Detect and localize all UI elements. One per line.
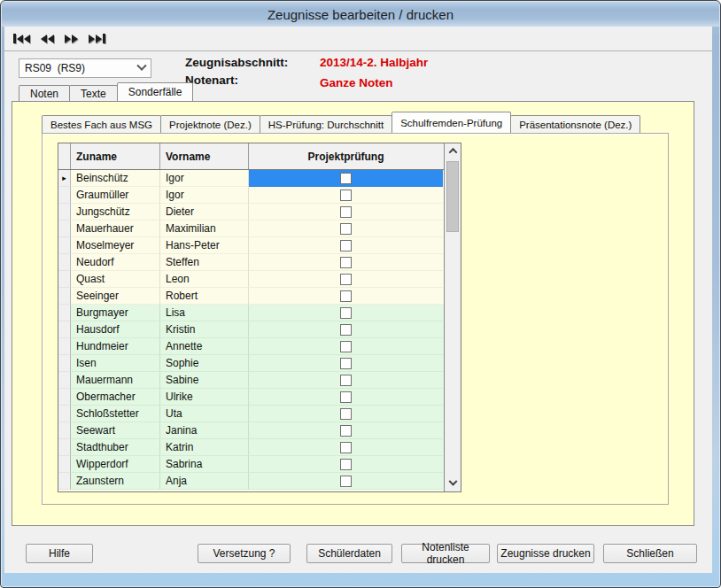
cell-vorname[interactable]: Ulrike	[160, 389, 249, 406]
cell-zuname[interactable]: Seewart	[71, 422, 160, 439]
cell-projektpruefung[interactable]	[249, 187, 443, 204]
projektpruefung-checkbox[interactable]	[340, 408, 352, 420]
row-selector[interactable]	[58, 204, 71, 220]
cell-vorname[interactable]: Sabrina	[160, 456, 249, 473]
subtab-praesentationsnote[interactable]: Präsentationsnote (Dez.)	[510, 115, 640, 133]
next-record-button[interactable]	[62, 31, 81, 47]
cell-zuname[interactable]: Beinschütz	[71, 170, 160, 187]
row-selector[interactable]	[58, 439, 71, 456]
notenliste-drucken-button[interactable]: Notenliste drucken	[401, 544, 490, 563]
subtab-projektnote[interactable]: Projektnote (Dez.)	[160, 115, 260, 133]
grid-scrollbar[interactable]	[444, 143, 461, 491]
cell-projektpruefung[interactable]	[249, 355, 443, 372]
cell-projektpruefung[interactable]	[249, 422, 443, 439]
projektpruefung-checkbox[interactable]	[340, 257, 352, 268]
table-row[interactable]: ▸BeinschützIgor	[58, 170, 444, 187]
table-row[interactable]: IsenSophie	[58, 355, 444, 372]
table-row[interactable]: MoselmeyerHans-Peter	[58, 237, 444, 254]
cell-vorname[interactable]: Steffen	[160, 254, 249, 271]
cell-zuname[interactable]: Hausdorf	[71, 321, 160, 338]
row-selector[interactable]	[58, 406, 71, 422]
tab-sonderfaelle[interactable]: Sonderfälle	[117, 82, 194, 101]
table-row[interactable]: BurgmayerLisa	[58, 305, 444, 321]
cell-zuname[interactable]: Quast	[71, 271, 160, 288]
projektpruefung-checkbox[interactable]	[340, 173, 352, 184]
cell-zuname[interactable]: Hundmeier	[71, 338, 160, 355]
cell-zuname[interactable]: Isen	[71, 355, 160, 372]
schuelerdaten-button[interactable]: Schülerdaten	[306, 544, 392, 563]
cell-projektpruefung[interactable]	[249, 170, 443, 187]
row-selector[interactable]	[58, 271, 71, 288]
cell-vorname[interactable]: Kristin	[160, 321, 249, 338]
cell-projektpruefung[interactable]	[249, 372, 443, 389]
row-selector[interactable]	[58, 321, 71, 338]
tab-texte[interactable]: Texte	[69, 85, 118, 101]
cell-vorname[interactable]: Janina	[160, 422, 249, 439]
row-selector[interactable]	[58, 305, 71, 321]
versetzung-button[interactable]: Versetzung ?	[198, 544, 291, 563]
cell-zuname[interactable]: Seeinger	[71, 288, 160, 305]
row-selector[interactable]	[58, 372, 71, 389]
projektpruefung-checkbox[interactable]	[340, 425, 352, 437]
cell-zuname[interactable]: Wipperdorf	[71, 456, 160, 473]
cell-vorname[interactable]: Lisa	[160, 305, 249, 321]
cell-projektpruefung[interactable]	[249, 439, 443, 456]
schliessen-button[interactable]: Schließen	[603, 544, 697, 563]
projektpruefung-checkbox[interactable]	[340, 223, 352, 235]
cell-zuname[interactable]: Mauermann	[71, 372, 160, 389]
projektpruefung-checkbox[interactable]	[340, 442, 352, 453]
cell-projektpruefung[interactable]	[249, 204, 443, 220]
cell-zuname[interactable]: Graumüller	[71, 187, 160, 204]
cell-projektpruefung[interactable]	[249, 473, 443, 490]
projektpruefung-checkbox[interactable]	[340, 476, 352, 487]
previous-record-button[interactable]	[38, 31, 57, 47]
cell-zuname[interactable]: Burgmayer	[71, 305, 160, 321]
class-select[interactable]: RS09 (RS9)	[19, 58, 151, 78]
cell-zuname[interactable]: Zaunstern	[71, 473, 160, 490]
table-row[interactable]: HundmeierAnnette	[58, 338, 444, 355]
row-selector[interactable]	[58, 389, 71, 406]
projektpruefung-checkbox[interactable]	[340, 375, 352, 386]
row-selector[interactable]	[58, 456, 71, 473]
projektpruefung-checkbox[interactable]	[340, 324, 352, 336]
last-record-button[interactable]	[86, 31, 108, 47]
table-row[interactable]: MauerhauerMaximilian	[58, 220, 444, 237]
cell-projektpruefung[interactable]	[249, 271, 443, 288]
table-row[interactable]: SeewartJanina	[58, 422, 444, 439]
scrollbar-thumb[interactable]	[446, 161, 459, 232]
cell-projektpruefung[interactable]	[249, 305, 443, 321]
cell-zuname[interactable]: Neudorf	[71, 254, 160, 271]
cell-vorname[interactable]: Igor	[160, 170, 249, 187]
cell-vorname[interactable]: Katrin	[160, 439, 249, 456]
projektpruefung-checkbox[interactable]	[340, 240, 352, 251]
cell-vorname[interactable]: Dieter	[160, 204, 249, 220]
table-row[interactable]: HausdorfKristin	[58, 321, 444, 338]
tab-noten[interactable]: Noten	[19, 85, 70, 101]
cell-projektpruefung[interactable]	[249, 321, 443, 338]
projektpruefung-checkbox[interactable]	[340, 307, 352, 319]
cell-vorname[interactable]: Uta	[160, 406, 249, 422]
table-row[interactable]: QuastLeon	[58, 271, 444, 288]
cell-projektpruefung[interactable]	[249, 254, 443, 271]
cell-zuname[interactable]: Moselmeyer	[71, 237, 160, 254]
cell-vorname[interactable]: Robert	[160, 288, 249, 305]
row-selector[interactable]	[58, 288, 71, 305]
cell-zuname[interactable]: Jungschütz	[71, 204, 160, 220]
column-header-vorname[interactable]: Vorname	[160, 143, 249, 169]
row-selector[interactable]	[58, 237, 71, 254]
current-row-marker[interactable]: ▸	[58, 170, 71, 187]
table-row[interactable]: NeudorfSteffen	[58, 254, 444, 271]
zeugnisse-drucken-button[interactable]: Zeugnisse drucken	[497, 544, 594, 563]
table-row[interactable]: SeeingerRobert	[58, 288, 444, 305]
cell-zuname[interactable]: Schloßstetter	[71, 406, 160, 422]
cell-projektpruefung[interactable]	[249, 406, 443, 422]
hilfe-button[interactable]: Hilfe	[26, 544, 93, 563]
cell-vorname[interactable]: Annette	[160, 338, 249, 355]
cell-projektpruefung[interactable]	[249, 338, 443, 355]
cell-vorname[interactable]: Leon	[160, 271, 249, 288]
cell-projektpruefung[interactable]	[249, 220, 443, 237]
subtab-schulfremden-pruefung[interactable]: Schulfremden-Prüfung	[392, 112, 511, 133]
table-row[interactable]: GraumüllerIgor	[58, 187, 444, 204]
cell-projektpruefung[interactable]	[249, 237, 443, 254]
projektpruefung-checkbox[interactable]	[340, 290, 352, 302]
